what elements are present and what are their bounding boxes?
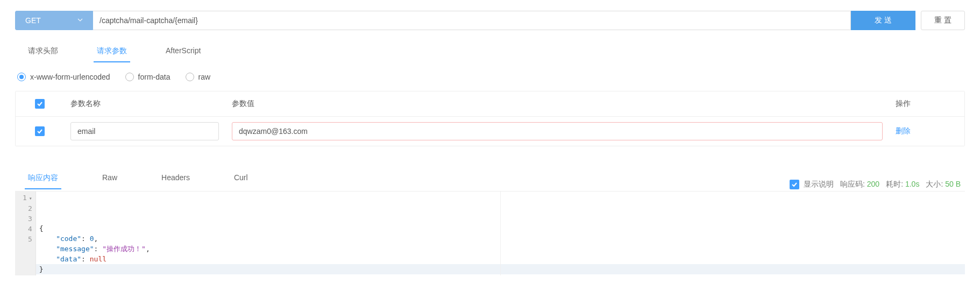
reset-button[interactable]: 重 置 xyxy=(921,11,965,30)
params-header-row: 参数名称 参数值 操作 xyxy=(16,91,964,117)
response-meta: 显示说明 响应码: 200 耗时: 1.0s 大小: 50 B xyxy=(790,180,965,189)
send-button[interactable]: 发 送 xyxy=(851,11,915,30)
checkbox-all[interactable] xyxy=(35,99,45,109)
response-code-label: 响应码: xyxy=(840,180,865,188)
tab-response-content[interactable]: 响应内容 xyxy=(25,168,61,189)
method-value: GET xyxy=(25,16,41,25)
response-code-value: 200 xyxy=(867,180,879,188)
line-number: 2 xyxy=(23,203,32,214)
vertical-divider xyxy=(500,191,501,275)
radio-urlencoded[interactable]: x-www-form-urlencoded xyxy=(17,73,110,81)
response-tabs: 响应内容 Raw Headers Curl xyxy=(15,168,261,189)
code-editor[interactable]: 1▾2345 { "code": 0, "message": "操作成功！", … xyxy=(15,191,965,275)
line-number: 5 xyxy=(23,234,32,244)
tab-request-headers[interactable]: 请求头部 xyxy=(25,41,61,62)
response-section: 响应内容 Raw Headers Curl 显示说明 响应码: 200 耗时: xyxy=(15,168,965,275)
url-input[interactable] xyxy=(93,11,851,30)
response-time-label: 耗时: xyxy=(886,180,903,188)
code-body: { "code": 0, "message": "操作成功！", "data":… xyxy=(36,191,965,275)
radio-raw[interactable]: raw xyxy=(186,73,211,81)
response-size-value: 50 B xyxy=(945,180,961,188)
radio-raw-label: raw xyxy=(198,73,211,81)
response-size-label: 大小: xyxy=(926,180,943,188)
table-row: 删除 xyxy=(16,117,964,146)
header-param-name: 参数名称 xyxy=(64,94,225,114)
method-select[interactable]: GET xyxy=(15,11,93,30)
radio-formdata[interactable]: form-data xyxy=(125,73,171,81)
chevron-down-icon xyxy=(77,17,83,24)
radio-circle-icon xyxy=(125,73,134,81)
request-tabs: 请求头部 请求参数 AfterScript xyxy=(15,41,965,63)
tab-response-raw[interactable]: Raw xyxy=(99,168,120,189)
param-value-input[interactable] xyxy=(232,122,883,140)
radio-formdata-label: form-data xyxy=(138,73,171,81)
delete-button[interactable]: 删除 xyxy=(896,126,911,136)
fold-icon[interactable]: ▾ xyxy=(28,193,32,203)
param-name-input[interactable] xyxy=(70,122,219,140)
radio-circle-icon xyxy=(186,73,194,81)
request-bar: GET 发 送 重 置 xyxy=(15,11,965,30)
header-param-value: 参数值 xyxy=(225,94,889,114)
tab-afterscript[interactable]: AfterScript xyxy=(162,41,204,62)
radio-urlencoded-label: x-www-form-urlencoded xyxy=(30,73,110,81)
tab-response-headers[interactable]: Headers xyxy=(158,168,193,189)
tab-request-params[interactable]: 请求参数 xyxy=(94,41,130,62)
show-desc-label: 显示说明 xyxy=(804,180,834,189)
line-number: 3 xyxy=(23,214,32,224)
checkbox-show-desc[interactable] xyxy=(790,180,799,189)
body-type-radio-group: x-www-form-urlencoded form-data raw xyxy=(15,73,965,81)
checkbox-row[interactable] xyxy=(35,126,45,136)
line-gutter: 1▾2345 xyxy=(15,191,36,275)
line-number: 4 xyxy=(23,224,32,234)
params-table: 参数名称 参数值 操作 删除 xyxy=(15,91,965,146)
radio-circle-icon xyxy=(17,73,26,81)
response-time-value: 1.0s xyxy=(905,180,919,188)
tab-response-curl[interactable]: Curl xyxy=(231,168,251,189)
line-number: 1▾ xyxy=(23,193,32,203)
header-param-action: 操作 xyxy=(889,94,964,114)
